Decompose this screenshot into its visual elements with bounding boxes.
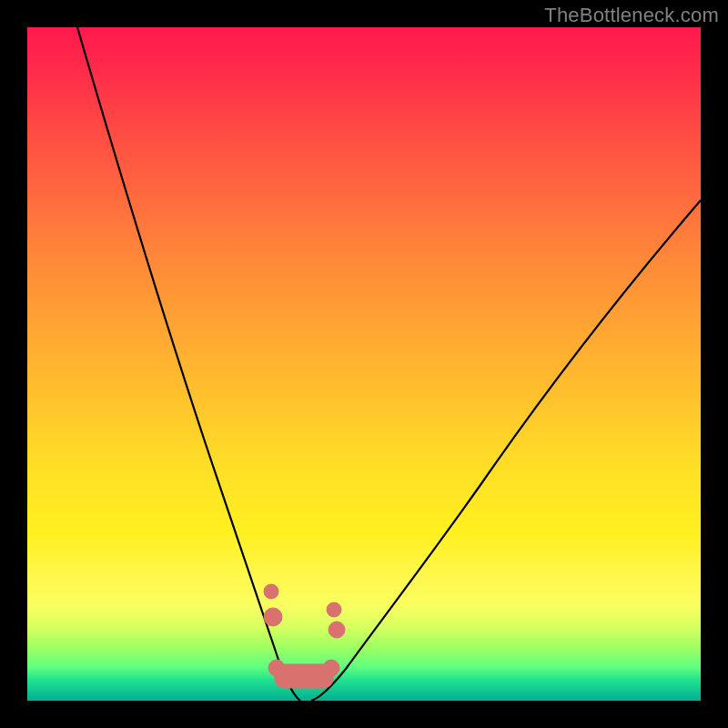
marker-dot [264, 608, 282, 626]
left-bottleneck-curve [77, 27, 300, 701]
marker-dot [327, 602, 341, 617]
chart-svg [27, 27, 701, 701]
marker-dot [323, 660, 339, 676]
outer-frame: TheBottleneck.com [0, 0, 728, 728]
marker-dot [329, 622, 345, 638]
right-bottleneck-curve [311, 200, 701, 701]
marker-dot [268, 660, 285, 676]
watermark-text: TheBottleneck.com [544, 4, 719, 27]
marker-dot [264, 584, 278, 599]
